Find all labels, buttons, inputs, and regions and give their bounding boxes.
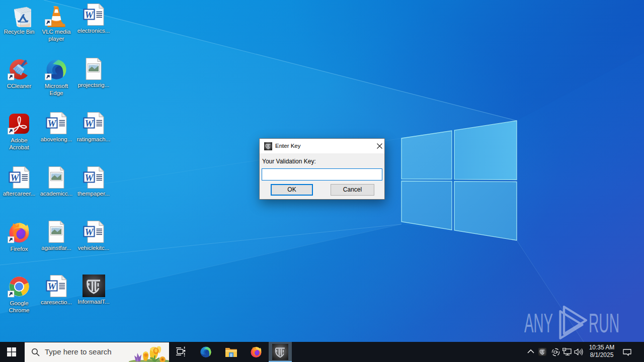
- svg-text:W: W: [85, 227, 94, 237]
- svg-text:W: W: [85, 172, 94, 183]
- svg-text:W: W: [85, 10, 94, 20]
- svg-text:W: W: [11, 172, 20, 183]
- svg-text:W: W: [48, 118, 57, 129]
- svg-text:ANY: ANY: [524, 308, 553, 338]
- svg-text:RUN: RUN: [589, 308, 619, 338]
- svg-text:W: W: [48, 281, 57, 292]
- svg-text:W: W: [85, 118, 94, 129]
